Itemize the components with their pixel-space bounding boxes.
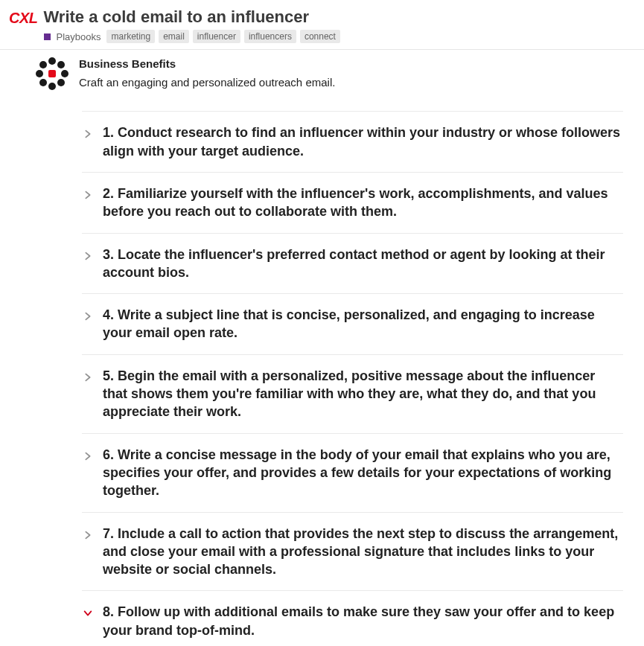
category-color-swatch — [44, 33, 51, 40]
tags-list: marketing email influencer influencers c… — [106, 30, 339, 43]
step-text: 1. Conduct research to find an influence… — [103, 124, 623, 160]
chevron-right-icon[interactable] — [82, 310, 94, 322]
step-item[interactable]: 1. Conduct research to find an influence… — [82, 111, 623, 172]
step-item[interactable]: 6. Write a concise message in the body o… — [82, 433, 623, 512]
chevron-right-icon[interactable] — [82, 128, 94, 140]
step-text: 7. Include a call to action that provide… — [103, 525, 623, 579]
logo[interactable]: CXL — [9, 7, 38, 27]
page-title: Write a cold email to an influencer — [44, 7, 636, 27]
step-text: 5. Begin the email with a personalized, … — [103, 367, 623, 421]
step-item[interactable]: 5. Begin the email with a personalized, … — [82, 354, 623, 433]
step-item[interactable]: 8. Follow up with additional emails to m… — [82, 590, 623, 646]
step-text: 8. Follow up with additional emails to m… — [103, 603, 623, 639]
step-item[interactable]: 4. Write a subject line that is concise,… — [82, 293, 623, 354]
tag[interactable]: connect — [300, 30, 340, 43]
step-item[interactable]: 7. Include a call to action that provide… — [82, 512, 623, 591]
chevron-right-icon[interactable] — [82, 250, 94, 262]
avatar[interactable] — [36, 57, 68, 90]
category-name[interactable]: Playbooks — [57, 31, 101, 42]
step-text: 3. Locate the influencer's preferred con… — [103, 246, 623, 282]
step-text: 4. Write a subject line that is concise,… — [103, 306, 623, 342]
tag[interactable]: influencer — [193, 30, 240, 43]
step-item[interactable]: 2. Familiarize yourself with the influen… — [82, 172, 623, 233]
tag[interactable]: influencers — [244, 30, 296, 43]
step-text: 6. Write a concise message in the body o… — [103, 446, 623, 500]
tag[interactable]: email — [159, 30, 189, 43]
breadcrumb: Playbooks marketing email influencer inf… — [44, 30, 636, 43]
chevron-right-icon[interactable] — [82, 450, 94, 462]
benefits-heading: Business Benefits — [79, 57, 335, 70]
header: CXL Write a cold email to an influencer … — [0, 0, 644, 50]
chevron-down-icon[interactable] — [82, 607, 94, 619]
steps-list: 1. Conduct research to find an influence… — [82, 111, 623, 646]
benefits-description: Craft an engaging and personalized outre… — [79, 76, 335, 89]
chevron-right-icon[interactable] — [82, 371, 94, 383]
author-block: Business Benefits Craft an engaging and … — [36, 50, 623, 103]
tag[interactable]: marketing — [106, 30, 155, 43]
step-item[interactable]: 3. Locate the influencer's preferred con… — [82, 233, 623, 294]
step-text: 2. Familiarize yourself with the influen… — [103, 185, 623, 221]
chevron-right-icon[interactable] — [82, 189, 94, 201]
chevron-right-icon[interactable] — [82, 529, 94, 541]
